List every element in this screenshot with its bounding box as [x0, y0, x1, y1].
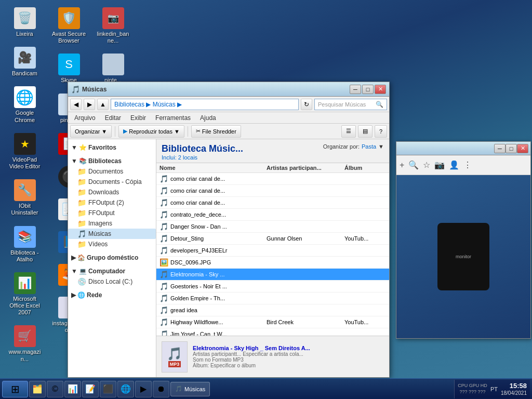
- file-row-3[interactable]: 🎵contrato_rede_dece...: [156, 209, 389, 221]
- file-name-text: como criar canal de...: [170, 188, 225, 194]
- play-all-button[interactable]: ▶ Reproduzir todas ▼: [118, 125, 184, 138]
- browser-maximize-button[interactable]: □: [506, 144, 517, 153]
- view-button[interactable]: ☰: [341, 125, 356, 138]
- explorer-window-icon: 🎵: [71, 85, 80, 94]
- start-button[interactable]: ⊞: [2, 381, 28, 397]
- organize-value[interactable]: Pasta: [362, 143, 376, 150]
- taskbar-active-task[interactable]: 🎵 Músicas: [170, 382, 210, 396]
- browser-profile-icon[interactable]: 👤: [449, 160, 459, 170]
- file-artist: Gunnar Olsen: [267, 235, 344, 242]
- browser-search-icon[interactable]: 🔍: [408, 160, 419, 170]
- menu-ferramentas[interactable]: Ferramentas: [151, 113, 195, 123]
- search-box[interactable]: Pesquisar Músicas 🔍: [314, 99, 387, 110]
- file-row-10[interactable]: 🎵Golden Empire - Th...: [156, 292, 389, 304]
- desktop-icon-instagram[interactable]: 📷 linkedin_banne...: [94, 5, 132, 46]
- desktop-icon-msoffice[interactable]: 📊 Microsoft Office Excel 2007: [5, 270, 44, 318]
- file-row-8[interactable]: 🎵Elektronomia - Sky ...: [156, 269, 389, 281]
- file-name-text: Detour_Sting: [170, 235, 204, 242]
- sidebar-item-ffoutput[interactable]: 📁 FFOutput: [68, 208, 156, 218]
- menu-arquivo[interactable]: Arquivo: [70, 113, 100, 123]
- preview-info: Elektronomia - Sky High _ Sem Direitos A…: [193, 345, 384, 368]
- taskbar-excel-icon[interactable]: 📊: [64, 381, 81, 397]
- taskbar-word-icon[interactable]: 📝: [82, 381, 99, 397]
- sidebar-libraries-header[interactable]: ▼ 📚 Bibliotecas: [68, 156, 156, 166]
- menu-exibir[interactable]: Exibir: [126, 113, 150, 123]
- desktop-icon-bandicam[interactable]: 🎥 Bandicam: [5, 45, 44, 79]
- up-button[interactable]: ▲: [97, 99, 109, 110]
- desktop-icon-avast[interactable]: 🛡️ Avast Secure Browser: [49, 5, 88, 46]
- column-artists[interactable]: Artistas participan...: [267, 165, 344, 171]
- file-row-9[interactable]: 🎵Goestories - Noir Et ...: [156, 281, 389, 292]
- browser-star-icon[interactable]: ☆: [423, 160, 430, 170]
- explorer-minimize-button[interactable]: ─: [350, 85, 361, 94]
- column-name[interactable]: Nome: [159, 165, 267, 171]
- menu-ajuda[interactable]: Ajuda: [196, 113, 220, 123]
- explorer-maximize-button[interactable]: □: [362, 85, 374, 94]
- sidebar-network-header[interactable]: ▶ 🌐 Rede: [68, 290, 156, 300]
- sidebar-item-videos[interactable]: 📁 Vídeos: [68, 239, 156, 249]
- file-icon: 🎵: [159, 210, 168, 219]
- browser-minimize-button[interactable]: ─: [494, 144, 506, 153]
- sidebar-item-documentos[interactable]: 📁 Documentos: [68, 166, 156, 177]
- taskbar-explorer-icon[interactable]: ⬛: [100, 381, 116, 397]
- file-icon: 🎵: [159, 187, 168, 195]
- file-row-12[interactable]: 🎵Highway Wildflowe... Bird Creek YouTub.…: [156, 316, 389, 328]
- sidebar-item-label: FFOutput (2): [88, 199, 124, 206]
- desktop-icon-biblioteca[interactable]: 📚 Biblioteca - Atalho: [5, 224, 44, 265]
- sidebar-favorites-section: ▼ ⭐ Favoritos: [68, 142, 156, 153]
- browser-close-button[interactable]: ✕: [517, 144, 528, 153]
- file-row-0[interactable]: 🎵como criar canal de...: [156, 173, 389, 185]
- taskbar-chrome-icon[interactable]: 🌐: [117, 381, 134, 397]
- taskbar-ccleaner-icon[interactable]: ©: [47, 381, 63, 397]
- taskbar-bandicam-icon[interactable]: ⏺: [153, 381, 169, 397]
- desktop-icon-lixeira[interactable]: 🗑️ Lixeira: [5, 5, 44, 39]
- file-list[interactable]: Nome Artistas participan... Álbum 🎵como …: [156, 163, 389, 336]
- file-icon: 🎵: [159, 318, 168, 326]
- desktop-icon-chrome[interactable]: 🌐 Google Chrome: [5, 84, 44, 125]
- address-path[interactable]: Bibliotecas ▶ Músicas ▶: [111, 99, 299, 110]
- back-button[interactable]: ◀: [70, 99, 82, 110]
- file-row-7[interactable]: 🖼️DSC_0096.JPG: [156, 257, 389, 269]
- organize-button[interactable]: Organizar ▼: [70, 125, 112, 138]
- content-panel: Biblioteca Músic... Inclui: 2 locais Org…: [156, 139, 389, 377]
- sidebar-item-documents-copia[interactable]: 📁 Documents - Cópia: [68, 177, 156, 187]
- sidebar-item-ffoutput2[interactable]: 📁 FFOutput (2): [68, 197, 156, 208]
- sidebar-item-imagens[interactable]: 📁 Imagens: [68, 218, 156, 229]
- file-row-11[interactable]: 🎵gread idea: [156, 304, 389, 316]
- browser-menu-icon[interactable]: ⋮: [463, 160, 472, 170]
- address-path-text: Bibliotecas ▶ Músicas ▶: [114, 101, 182, 108]
- sidebar-item-local-disk[interactable]: 💿 Disco Local (C:): [68, 276, 156, 287]
- desktop-icon-pinte2[interactable]: pinte...: [94, 51, 132, 86]
- refresh-button[interactable]: ↻: [301, 99, 312, 110]
- desktop-icon-iobit[interactable]: 🔧 IObit Uninstaller: [5, 177, 44, 218]
- explorer-close-button[interactable]: ✕: [375, 85, 386, 94]
- desktop-icon-skype[interactable]: S Skype: [49, 51, 88, 86]
- file-row-5[interactable]: 🎵Detour_Sting Gunnar Olsen YouTub...: [156, 233, 389, 245]
- file-row-2[interactable]: 🎵como criar canal de...: [156, 197, 389, 209]
- desktop-icon-videopad[interactable]: ★ VideoPad Video Editor: [5, 131, 44, 172]
- file-row-6[interactable]: 🎵developers_P4J3EELr: [156, 245, 389, 257]
- column-album[interactable]: Álbum: [344, 165, 386, 171]
- sidebar-homegroup-header[interactable]: ▶ 🏠 Grupo doméstico: [68, 252, 156, 263]
- file-name-text: gread idea: [170, 307, 197, 313]
- file-row-4[interactable]: 🎵Danger Snow - Dan ...: [156, 221, 389, 233]
- taskbar-media-icon[interactable]: ▶: [135, 381, 152, 397]
- file-row-13[interactable]: 🎵Jim Yosef - Can_t W...: [156, 328, 389, 336]
- sidebar-favorites-header[interactable]: ▼ ⭐ Favoritos: [68, 142, 156, 153]
- file-shredder-button[interactable]: ✂ File Shredder: [191, 125, 241, 138]
- file-row-1[interactable]: 🎵como criar canal de...: [156, 185, 389, 197]
- menu-editar[interactable]: Editar: [101, 113, 125, 123]
- forward-button[interactable]: ▶: [84, 99, 95, 110]
- help-button[interactable]: ?: [375, 125, 387, 138]
- sidebar-item-downloads[interactable]: 📁 Downloads: [68, 187, 156, 197]
- desktop-icon-magazin[interactable]: 🛒 www.magazin...: [5, 323, 44, 364]
- folder-icon: 📁: [77, 198, 86, 207]
- new-tab-icon[interactable]: +: [400, 161, 404, 170]
- taskbar-file-explorer-icon[interactable]: 🗂️: [29, 381, 46, 397]
- browser-camera-icon[interactable]: 📷: [434, 160, 445, 170]
- sidebar-computer-header[interactable]: ▼ 💻 Computador: [68, 266, 156, 276]
- sidebar-item-musicas[interactable]: 🎵 Músicas: [68, 229, 156, 239]
- play-all-label: Reproduzir todas: [129, 128, 172, 135]
- organize-label: Organizar: [75, 128, 100, 135]
- details-view-button[interactable]: ▤: [358, 125, 373, 138]
